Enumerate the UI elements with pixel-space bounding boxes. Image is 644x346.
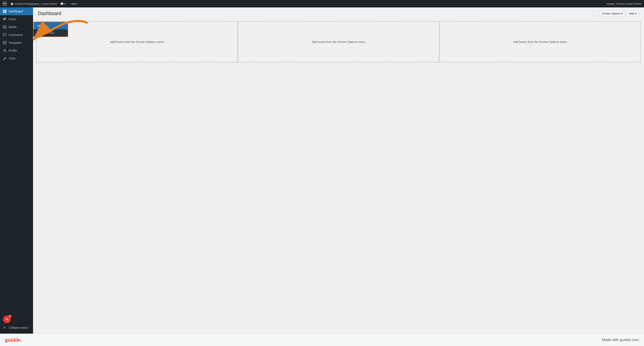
howdy-text: Howdy, Yvonne Israel-O'Hare <box>606 2 642 5</box>
avatar: YI 6 <box>3 316 11 323</box>
comment-icon: 💬 <box>60 2 64 5</box>
tools-icon <box>3 56 6 60</box>
admin-bar-right: Howdy, Yvonne Israel-O'Hare <box>606 2 642 5</box>
svg-rect-2 <box>3 10 4 11</box>
media-icon <box>3 25 6 29</box>
dashboard-grid: Add boxes from the Screen Options menu A… <box>33 18 644 66</box>
sidebar-tools-label: Tools <box>9 57 16 60</box>
sidebar-item-dashboard[interactable]: Dashboard <box>0 7 33 15</box>
sidebar: Dashboard Posts Media Comments <box>0 7 33 334</box>
dashboard-box-2: Add boxes from the Screen Options menu <box>238 21 439 62</box>
new-content-button[interactable]: + New <box>69 2 77 5</box>
sidebar-item-media[interactable]: Media <box>0 23 33 31</box>
help-label: Help <box>629 12 634 15</box>
submenu-add-new-post[interactable]: Add New Post <box>34 29 68 36</box>
sidebar-comments-label: Comments <box>9 33 23 36</box>
sidebar-item-posts[interactable]: Posts <box>0 15 33 23</box>
posts-icon <box>3 17 6 21</box>
svg-rect-3 <box>5 10 6 11</box>
sidebar-templates-label: Templates <box>9 41 22 44</box>
help-button[interactable]: Help ▾ <box>627 11 639 16</box>
templates-icon <box>3 41 6 44</box>
svg-point-14 <box>4 49 5 50</box>
house-icon: 🏠 <box>10 2 14 5</box>
svg-rect-8 <box>3 20 6 20</box>
profile-icon <box>3 49 6 52</box>
admin-bar-left: W 🏠 Portrait Photography / Lopez Island … <box>2 1 77 6</box>
sidebar-posts-label: Posts <box>9 17 16 21</box>
collapse-menu-button[interactable]: Collapse menu <box>0 324 33 332</box>
dashboard-box-2-text: Add boxes from the Screen Options menu <box>312 40 366 43</box>
comments-nav-icon <box>3 33 6 37</box>
content-header: Dashboard Screen Options ▾ Help ▾ <box>33 7 644 18</box>
notification-badge: 6 <box>8 315 12 318</box>
dashboard-box-3-text: Add boxes from the Screen Options menu <box>513 40 567 43</box>
main-layout: Dashboard Posts Media Comments <box>0 7 644 334</box>
collapse-menu-label: Collapse menu <box>9 326 28 329</box>
screen-options-button[interactable]: Screen Options ▾ <box>600 11 625 16</box>
sidebar-item-profile[interactable]: Profile <box>0 47 33 54</box>
sidebar-profile-label: Profile <box>9 49 17 52</box>
posts-submenu-popup: All Posts Add New Post <box>33 22 68 37</box>
sidebar-media-label: Media <box>9 25 16 29</box>
site-name-link[interactable]: 🏠 Portrait Photography / Lopez Island <box>10 2 57 5</box>
comments-count-badge: 0 <box>64 2 66 5</box>
sidebar-dashboard-label: Dashboard <box>9 10 23 13</box>
svg-rect-5 <box>5 11 6 13</box>
page-title: Dashboard <box>38 11 61 16</box>
collapse-icon <box>3 326 6 330</box>
submenu-all-posts[interactable]: All Posts <box>34 22 68 29</box>
svg-rect-6 <box>3 18 6 18</box>
dashboard-box-1-text: Add boxes from the Screen Options menu <box>110 40 164 43</box>
dashboard-icon <box>3 9 6 13</box>
svg-text:W: W <box>4 2 6 5</box>
admin-bar: W 🏠 Portrait Photography / Lopez Island … <box>0 0 644 7</box>
sidebar-item-templates[interactable]: Templates <box>0 39 33 47</box>
help-arrow-icon: ▾ <box>635 12 637 15</box>
site-title: Portrait Photography / Lopez Island <box>15 2 57 5</box>
svg-rect-4 <box>3 11 5 13</box>
all-posts-label: All Posts <box>37 24 48 27</box>
sidebar-item-comments[interactable]: Comments <box>0 31 33 39</box>
wordpress-logo-icon[interactable]: W <box>2 1 7 6</box>
add-new-post-label: Add New Post <box>37 31 54 34</box>
comments-link[interactable]: 💬 0 <box>60 2 66 5</box>
header-buttons: Screen Options ▾ Help ▾ <box>600 11 639 16</box>
new-label: + New <box>69 2 77 5</box>
dashboard-box-3: Add boxes from the Screen Options menu <box>440 21 641 62</box>
svg-rect-7 <box>3 19 6 19</box>
sidebar-item-tools[interactable]: Tools <box>0 54 33 62</box>
screen-options-label: Screen Options <box>602 12 621 15</box>
screen-options-arrow-icon: ▾ <box>621 12 623 15</box>
main-content: Dashboard Screen Options ▾ Help ▾ Add bo… <box>33 7 644 334</box>
